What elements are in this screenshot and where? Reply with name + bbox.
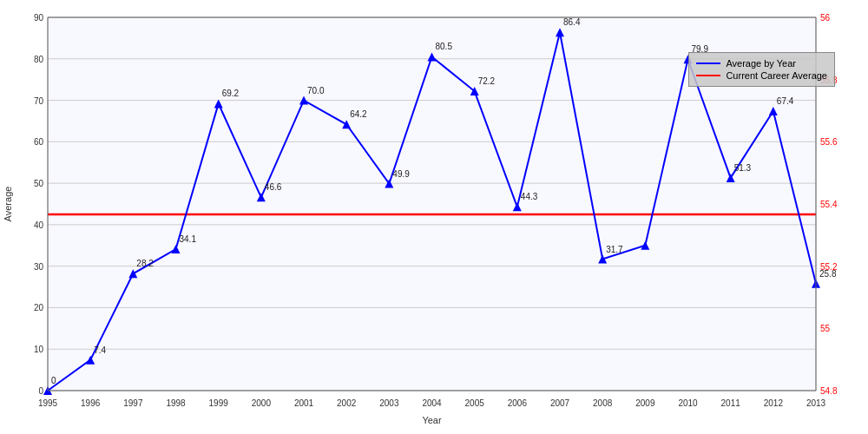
legend-line-red: [696, 75, 720, 76]
svg-text:55.4: 55.4: [820, 200, 838, 209]
chart-container: 0102030405060708090Average5655.855.655.4…: [0, 0, 868, 434]
svg-text:86.4: 86.4: [563, 17, 581, 27]
svg-text:1996: 1996: [81, 398, 101, 408]
svg-text:50: 50: [34, 179, 44, 188]
svg-text:1995: 1995: [38, 398, 58, 408]
svg-text:2006: 2006: [508, 398, 528, 408]
svg-text:7.4: 7.4: [94, 345, 106, 355]
svg-text:1997: 1997: [123, 398, 143, 408]
legend-label-avg-year: Average by Year: [726, 58, 796, 69]
svg-text:80.5: 80.5: [436, 42, 453, 51]
svg-text:72.2: 72.2: [478, 76, 496, 86]
svg-text:2005: 2005: [465, 398, 485, 408]
svg-text:90: 90: [34, 13, 44, 23]
svg-text:60: 60: [34, 137, 44, 147]
svg-text:10: 10: [34, 345, 44, 354]
svg-text:28.2: 28.2: [136, 259, 154, 268]
legend-item-career-avg: Current Career Average: [696, 70, 827, 81]
svg-text:2004: 2004: [422, 398, 442, 408]
svg-text:2009: 2009: [635, 398, 655, 408]
svg-text:49.9: 49.9: [392, 169, 410, 179]
svg-text:2013: 2013: [806, 398, 826, 408]
svg-text:2000: 2000: [252, 398, 272, 408]
svg-text:55: 55: [820, 324, 831, 333]
svg-text:70: 70: [34, 96, 44, 106]
svg-text:64.2: 64.2: [350, 109, 367, 119]
svg-text:70.0: 70.0: [307, 86, 325, 95]
svg-text:2007: 2007: [550, 398, 570, 408]
svg-text:2002: 2002: [337, 398, 357, 408]
svg-text:1998: 1998: [166, 398, 186, 408]
svg-text:20: 20: [34, 303, 44, 312]
svg-text:40: 40: [34, 220, 44, 230]
legend-box: Average by Year Current Career Average: [688, 52, 835, 87]
svg-text:2001: 2001: [294, 398, 314, 408]
svg-text:Average: Average: [3, 187, 13, 222]
svg-text:31.7: 31.7: [606, 245, 623, 254]
svg-text:25.8: 25.8: [819, 269, 837, 279]
svg-text:Year: Year: [422, 415, 442, 425]
svg-text:2003: 2003: [379, 398, 399, 408]
svg-text:80: 80: [34, 55, 44, 64]
legend-item-avg-year: Average by Year: [696, 58, 827, 69]
svg-text:0: 0: [51, 376, 56, 385]
svg-text:0: 0: [38, 386, 43, 396]
svg-text:30: 30: [34, 262, 44, 272]
svg-text:55.6: 55.6: [820, 137, 838, 147]
svg-text:54.8: 54.8: [820, 386, 838, 396]
svg-text:2008: 2008: [593, 398, 613, 408]
svg-text:44.3: 44.3: [521, 192, 538, 201]
svg-text:2011: 2011: [721, 398, 741, 408]
svg-text:69.2: 69.2: [222, 89, 240, 98]
svg-text:2012: 2012: [764, 398, 784, 408]
legend-line-blue: [696, 62, 720, 64]
svg-text:46.6: 46.6: [265, 182, 282, 192]
svg-text:1999: 1999: [209, 398, 229, 408]
svg-text:2010: 2010: [678, 398, 698, 408]
legend-label-career-avg: Current Career Average: [726, 70, 827, 81]
svg-text:67.4: 67.4: [777, 96, 794, 106]
svg-text:34.1: 34.1: [180, 234, 197, 244]
svg-text:51.3: 51.3: [734, 163, 752, 173]
svg-text:56: 56: [820, 13, 831, 23]
